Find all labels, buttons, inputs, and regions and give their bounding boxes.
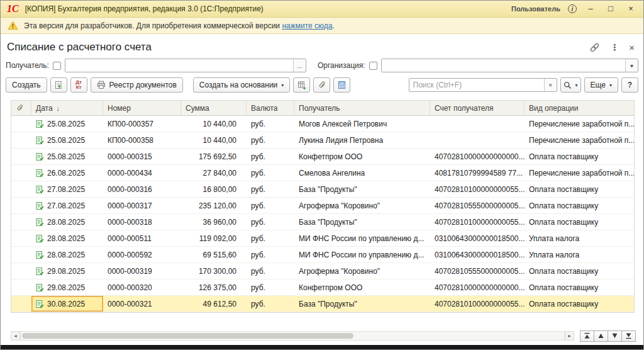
cell-recipient[interactable]: База "Продукты"	[294, 296, 430, 312]
cell-account[interactable]: 40702810000000000000...	[430, 279, 525, 295]
cell-attachments[interactable]	[11, 132, 31, 148]
page-up-button[interactable]	[594, 330, 608, 342]
cell-currency[interactable]: руб.	[247, 230, 294, 246]
cell-date[interactable]: 27.08.2025	[31, 181, 103, 197]
column-header-recipient[interactable]: Получатель	[294, 101, 430, 115]
go-to-bottom-button[interactable]	[621, 330, 636, 342]
cell-attachments[interactable]	[11, 230, 31, 246]
cell-sum[interactable]: 69 515,60	[181, 247, 247, 262]
attached-files-button[interactable]	[313, 77, 330, 93]
horizontal-scrollbar[interactable]	[20, 331, 565, 341]
cell-account[interactable]: 40702810100000000055...	[430, 214, 525, 230]
cell-date[interactable]: 27.08.2025	[31, 198, 103, 213]
column-header-number[interactable]: Номер	[103, 101, 181, 115]
table-row[interactable]: 25.08.2025 КП00-000358 10 440,00 руб. Лу…	[11, 132, 634, 149]
cell-currency[interactable]: руб.	[247, 149, 294, 164]
cell-currency[interactable]: руб.	[247, 181, 294, 197]
search-options-button[interactable]: ▾	[560, 77, 581, 93]
cell-currency[interactable]: руб.	[247, 263, 294, 279]
cell-number[interactable]: 0000-000315	[103, 149, 181, 164]
cell-date[interactable]: 29.08.2025	[31, 263, 103, 279]
cell-account[interactable]: 03100643000000018500...	[430, 230, 525, 246]
cell-recipient[interactable]: База "Продукты"	[294, 214, 430, 230]
table-row[interactable]: 25.08.2025 КП00-000357 10 440,00 руб. Мо…	[11, 116, 634, 132]
cell-currency[interactable]: руб.	[247, 247, 294, 262]
create-based-on-button[interactable]: Создать на основании ▾	[193, 77, 291, 93]
clear-search-button[interactable]: ×	[544, 79, 557, 91]
cell-recipient[interactable]: Конфетпром ООО	[294, 279, 430, 295]
cell-operation[interactable]: Оплата поставщику	[525, 279, 634, 295]
cell-sum[interactable]: 16 800,00	[181, 181, 247, 197]
cell-operation[interactable]: Оплата поставщику	[525, 296, 634, 312]
maximize-button[interactable]: □	[604, 3, 617, 15]
column-header-operation[interactable]: Вид операции	[525, 101, 634, 115]
cell-sum[interactable]: 10 440,00	[181, 132, 247, 148]
show-postings-button[interactable]: ДтКт	[70, 77, 87, 93]
cell-date[interactable]: 28.08.2025	[31, 247, 103, 262]
cell-operation[interactable]: Уплата налога	[525, 247, 634, 262]
cell-operation[interactable]: Оплата поставщику	[525, 181, 634, 197]
cell-operation[interactable]: Оплата поставщику	[525, 149, 634, 164]
cell-attachments[interactable]	[11, 181, 31, 197]
export-list-button[interactable]	[293, 77, 310, 93]
page-down-button[interactable]	[608, 330, 622, 342]
cell-attachments[interactable]	[11, 165, 31, 181]
cell-currency[interactable]: руб.	[247, 132, 294, 148]
column-header-attachments[interactable]	[11, 101, 31, 115]
cell-sum[interactable]: 119 092,00	[181, 230, 247, 246]
cell-date[interactable]: 25.08.2025	[31, 116, 103, 132]
cell-sum[interactable]: 170 300,00	[181, 263, 247, 279]
org-dropdown-button[interactable]: ▾	[625, 59, 638, 72]
recipient-filter-checkbox[interactable]	[53, 62, 61, 70]
create-by-copy-button[interactable]	[50, 77, 67, 93]
cell-date[interactable]: 26.08.2025	[31, 165, 103, 181]
cell-account[interactable]	[430, 132, 525, 148]
cell-number[interactable]: 0000-000317	[103, 198, 181, 213]
minimize-button[interactable]: –	[584, 3, 597, 15]
cell-currency[interactable]: руб.	[247, 198, 294, 213]
cell-recipient[interactable]: МИ ФНС России по управлению д...	[294, 247, 430, 262]
cell-recipient[interactable]: Конфетпром ООО	[294, 149, 430, 164]
table-row[interactable]: 28.08.2025 0000-000318 36 960,00 руб. Ба…	[11, 214, 634, 230]
cell-recipient[interactable]: Лукина Лидия Петровна	[294, 132, 430, 148]
column-header-sum[interactable]: Сумма	[181, 101, 247, 115]
more-menu-icon[interactable]: ⋮	[610, 42, 619, 52]
help-button[interactable]: ?	[621, 77, 638, 93]
cell-date[interactable]: 25.08.2025	[31, 132, 103, 148]
cell-account[interactable]: 40702810000000000000...	[430, 149, 525, 164]
cell-number[interactable]: 0000-000592	[103, 247, 181, 262]
banner-link[interactable]: нажмите сюда	[282, 21, 332, 30]
cell-recipient[interactable]: База "Продукты"	[294, 181, 430, 197]
cell-currency[interactable]: руб.	[247, 279, 294, 295]
recipient-filter-input[interactable]	[65, 59, 293, 72]
cell-number[interactable]: 0000-000320	[103, 279, 181, 295]
cell-recipient[interactable]: Смелова Ангелина	[294, 165, 430, 181]
org-filter-checkbox[interactable]	[369, 62, 377, 70]
cell-date[interactable]: 28.08.2025	[31, 230, 103, 246]
cell-recipient[interactable]: Агроферма "Коровино"	[294, 198, 430, 213]
cell-currency[interactable]: руб.	[247, 214, 294, 230]
cell-currency[interactable]: руб.	[247, 116, 294, 132]
copy-link-icon[interactable]	[589, 42, 600, 53]
cell-number[interactable]: 0000-000319	[103, 263, 181, 279]
cell-date[interactable]: 29.08.2025	[31, 279, 103, 295]
cell-operation[interactable]: Оплата поставщику	[525, 198, 634, 213]
scroll-right-button[interactable]: ▸	[565, 331, 574, 341]
cell-account[interactable]: 03100643000000018500...	[430, 247, 525, 262]
cell-operation[interactable]: Перечисление заработной п...	[525, 165, 634, 181]
cell-date[interactable]: 30.08.2025	[31, 296, 103, 312]
cell-date[interactable]: 28.08.2025	[31, 214, 103, 230]
table-row[interactable]: 28.08.2025 0000-000592 69 515,60 руб. МИ…	[11, 247, 634, 263]
cell-sum[interactable]: 10 440,00	[181, 116, 247, 132]
cell-attachments[interactable]	[11, 116, 31, 132]
cell-recipient[interactable]: МИ ФНС России по управлению д...	[294, 230, 430, 246]
cell-attachments[interactable]	[11, 149, 31, 164]
close-form-button[interactable]: ×	[629, 42, 635, 53]
user-menu[interactable]: Пользователь	[511, 5, 560, 13]
cell-sum[interactable]: 27 840,00	[181, 165, 247, 181]
cell-sum[interactable]: 175 692,50	[181, 149, 247, 164]
org-filter-input[interactable]	[382, 59, 625, 72]
table-row[interactable]: 27.08.2025 0000-000316 16 800,00 руб. Ба…	[11, 181, 634, 198]
calculator-button[interactable]	[333, 77, 350, 93]
info-icon[interactable]: i	[568, 4, 577, 13]
